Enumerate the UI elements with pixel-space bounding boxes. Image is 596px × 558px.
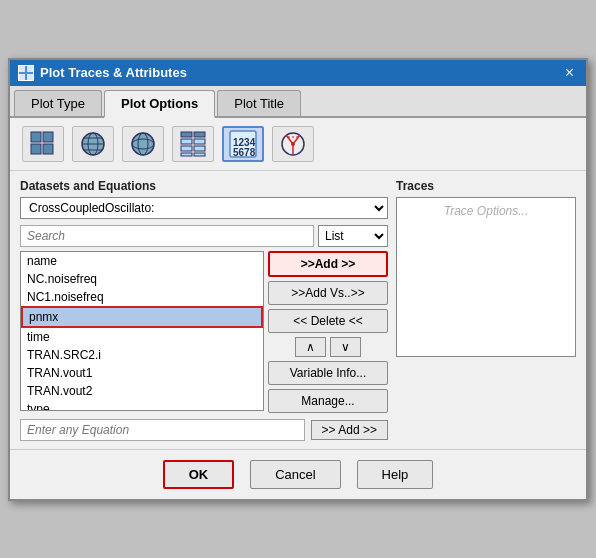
number-icon[interactable]: 1234 5678 xyxy=(222,126,264,162)
list-type-dropdown[interactable]: List xyxy=(318,225,388,247)
svg-rect-21 xyxy=(194,146,205,151)
up-down-row: ∧ ∨ xyxy=(268,337,388,357)
dataset-dropdown[interactable]: CrossCoupledOscillato: xyxy=(20,197,388,219)
list-item[interactable]: name xyxy=(21,252,263,270)
data-list-container: name NC.noisefreq NC1.noisefreq pnmx tim… xyxy=(20,251,388,413)
svg-point-13 xyxy=(132,133,154,155)
svg-rect-22 xyxy=(181,153,192,156)
left-panel: Datasets and Equations CrossCoupledOscil… xyxy=(20,179,388,441)
equation-input[interactable] xyxy=(20,419,305,441)
tab-bar: Plot Type Plot Options Plot Title xyxy=(10,86,586,118)
tab-plot-title[interactable]: Plot Title xyxy=(217,90,301,116)
list-item[interactable]: time xyxy=(21,328,263,346)
main-window: Plot Traces & Attributes × Plot Type Plo… xyxy=(8,58,588,501)
list-item[interactable]: NC.noisefreq xyxy=(21,270,263,288)
up-button[interactable]: ∧ xyxy=(295,337,326,357)
list-item[interactable]: TRAN.SRC2.i xyxy=(21,346,263,364)
svg-rect-7 xyxy=(43,144,53,154)
cancel-button[interactable]: Cancel xyxy=(250,460,340,489)
content-area: Datasets and Equations CrossCoupledOscil… xyxy=(10,171,586,449)
add-vs-button[interactable]: >>Add Vs..>> xyxy=(268,281,388,305)
table-icon[interactable] xyxy=(172,126,214,162)
traces-label: Traces xyxy=(396,179,576,193)
title-bar: Plot Traces & Attributes × xyxy=(10,60,586,86)
close-button[interactable]: × xyxy=(561,64,578,82)
variable-info-button[interactable]: Variable Info... xyxy=(268,361,388,385)
svg-rect-16 xyxy=(181,132,192,137)
search-input[interactable] xyxy=(20,225,314,247)
down-button[interactable]: ∨ xyxy=(330,337,361,357)
data-list[interactable]: name NC.noisefreq NC1.noisefreq pnmx tim… xyxy=(20,251,264,411)
right-panel: Traces Trace Options... xyxy=(396,179,576,441)
ok-button[interactable]: OK xyxy=(163,460,235,489)
grid-icon[interactable] xyxy=(22,126,64,162)
app-icon xyxy=(18,65,34,81)
svg-rect-18 xyxy=(181,139,192,144)
footer: OK Cancel Help xyxy=(10,449,586,499)
list-item[interactable]: TRAN.vout2 xyxy=(21,382,263,400)
svg-rect-3 xyxy=(27,74,33,80)
svg-rect-6 xyxy=(31,144,41,154)
datasets-label: Datasets and Equations xyxy=(20,179,388,193)
equation-row: >> Add >> xyxy=(20,419,388,441)
manage-button[interactable]: Manage... xyxy=(268,389,388,413)
traces-box: Trace Options... xyxy=(396,197,576,357)
title-bar-left: Plot Traces & Attributes xyxy=(18,65,187,81)
svg-rect-4 xyxy=(31,132,41,142)
svg-rect-1 xyxy=(27,66,33,72)
equation-add-button[interactable]: >> Add >> xyxy=(311,420,388,440)
dataset-row: CrossCoupledOscillato: xyxy=(20,197,388,219)
list-item-pnmx[interactable]: pnmx xyxy=(21,306,263,328)
globe-icon[interactable] xyxy=(72,126,114,162)
svg-rect-0 xyxy=(19,66,25,72)
list-item[interactable]: NC1.noisefreq xyxy=(21,288,263,306)
action-buttons: >>Add >> >>Add Vs..>> << Delete << ∧ ∨ V… xyxy=(268,251,388,413)
antenna-icon[interactable] xyxy=(272,126,314,162)
svg-point-32 xyxy=(291,142,295,146)
help-button[interactable]: Help xyxy=(357,460,434,489)
globe2-icon[interactable] xyxy=(122,126,164,162)
list-item[interactable]: type xyxy=(21,400,263,411)
delete-button[interactable]: << Delete << xyxy=(268,309,388,333)
svg-rect-20 xyxy=(181,146,192,151)
list-item[interactable]: TRAN.vout1 xyxy=(21,364,263,382)
add-button[interactable]: >>Add >> xyxy=(268,251,388,277)
toolbar: 1234 5678 xyxy=(10,118,586,171)
svg-rect-23 xyxy=(194,153,205,156)
svg-text:5678: 5678 xyxy=(233,147,256,158)
traces-placeholder: Trace Options... xyxy=(444,204,528,218)
svg-rect-5 xyxy=(43,132,53,142)
svg-rect-19 xyxy=(194,139,205,144)
svg-rect-2 xyxy=(19,74,25,80)
svg-rect-17 xyxy=(194,132,205,137)
tab-plot-options[interactable]: Plot Options xyxy=(104,90,215,118)
tab-plot-type[interactable]: Plot Type xyxy=(14,90,102,116)
search-list-row: List xyxy=(20,225,388,247)
window-title: Plot Traces & Attributes xyxy=(40,65,187,80)
